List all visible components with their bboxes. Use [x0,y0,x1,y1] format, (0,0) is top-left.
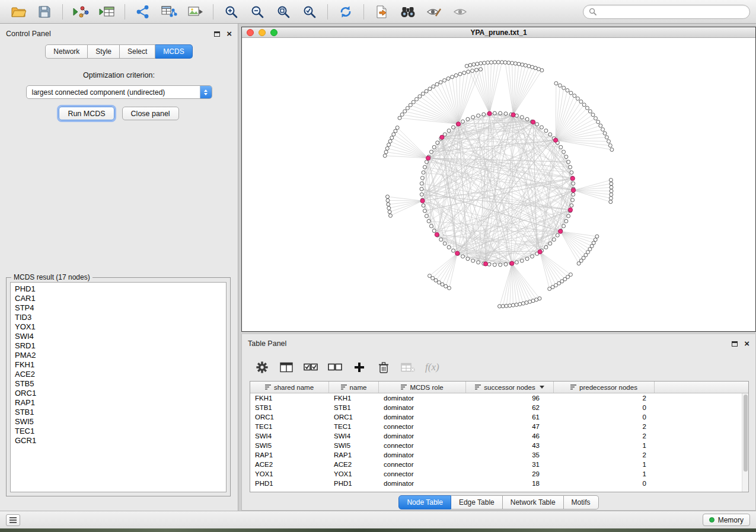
table-cell[interactable]: 0 [554,479,655,488]
minimize-window-icon[interactable] [259,29,266,36]
table-row[interactable]: SWI5SWI5connector431 [250,441,748,450]
share-document-button[interactable] [369,2,394,21]
mcds-node-item[interactable]: YOX1 [11,322,226,332]
table-cell[interactable]: 96 [466,393,554,403]
mcds-node-item[interactable]: PMA2 [11,351,226,360]
table-cell[interactable]: 35 [466,450,554,460]
refresh-button[interactable] [333,2,358,21]
table-row[interactable]: STB1STB1dominator620 [250,403,748,412]
tab-style[interactable]: Style [88,44,120,59]
tab-network[interactable]: Network [45,44,88,59]
table-cell[interactable]: 0 [554,403,655,412]
table-cell[interactable]: ACE2 [250,460,329,469]
network-table-button[interactable] [157,2,181,21]
table-row[interactable]: YOX1YOX1connector291 [250,469,748,479]
table-cell[interactable]: 43 [466,441,554,450]
table-cell[interactable]: ACE2 [329,460,379,469]
table-cell[interactable]: SWI4 [250,431,329,441]
table-cell[interactable] [655,431,748,441]
export-image-button[interactable] [183,2,208,21]
table-cell[interactable]: SWI5 [329,441,379,450]
mcds-node-item[interactable]: SWI4 [11,332,226,341]
criterion-dropdown[interactable]: largest connected component (undirected) [26,85,212,99]
close-panel-button[interactable]: Close panel [122,107,179,120]
table-cell[interactable]: 18 [466,479,554,488]
column-header-predecessor-nodes[interactable]: predecessor nodes [554,382,655,393]
table-cell[interactable]: connector [379,469,466,479]
table-cell[interactable]: YOX1 [329,469,379,479]
mcds-node-item[interactable]: ACE2 [11,370,226,379]
table-cell[interactable]: 1 [554,441,655,450]
table-row[interactable]: SWI4SWI4dominator462 [250,431,748,441]
table-cell[interactable]: dominator [379,403,466,412]
mcds-node-item[interactable]: GCR1 [11,436,226,446]
float-table-panel-icon[interactable] [732,341,738,347]
table-cell[interactable] [655,422,748,431]
select-all-button[interactable] [304,360,318,374]
table-cell[interactable]: dominator [379,450,466,460]
network-graph[interactable] [242,38,755,331]
table-cell[interactable]: 1 [554,460,655,469]
table-cell[interactable]: PHD1 [250,479,329,488]
table-cell[interactable]: 2 [554,431,655,441]
mcds-node-item[interactable]: FKH1 [11,360,226,370]
table-cell[interactable] [655,412,748,422]
table-cell[interactable]: YOX1 [250,469,329,479]
network-canvas[interactable] [242,38,755,331]
table-cell[interactable]: 2 [554,422,655,431]
save-session-button[interactable] [32,2,57,21]
table-cell[interactable]: 31 [466,460,554,469]
table-cell[interactable]: RAP1 [329,450,379,460]
table-cell[interactable] [655,441,748,450]
table-row[interactable]: RAP1RAP1dominator352 [250,450,748,460]
table-scrollbar[interactable] [742,393,748,492]
table-row[interactable]: ORC1ORC1dominator610 [250,412,748,422]
table-cell[interactable]: dominator [379,431,466,441]
zoom-fit-button[interactable] [271,2,296,21]
mcds-node-item[interactable]: CAR1 [11,294,226,303]
table-cell[interactable]: dominator [379,479,466,488]
zoom-in-button[interactable] [219,2,244,21]
table-cell[interactable]: STB1 [329,403,379,412]
mcds-node-item[interactable]: STB5 [11,379,226,389]
scrollbar-thumb[interactable] [744,395,748,472]
table-cell[interactable]: 61 [466,412,554,422]
import-table-button[interactable] [94,2,119,21]
column-header-successor-nodes[interactable]: successor nodes [466,382,554,393]
mcds-node-item[interactable]: RAP1 [11,398,226,408]
mcds-node-item[interactable]: PHD1 [11,284,226,294]
table-row[interactable]: TEC1TEC1connector472 [250,422,748,431]
tab-edge-table[interactable]: Edge Table [451,495,503,509]
maximize-window-icon[interactable] [270,29,277,36]
mcds-node-item[interactable]: TID3 [11,313,226,322]
mcds-node-item[interactable]: STB1 [11,408,226,417]
tab-network-table[interactable]: Network Table [503,495,564,509]
zoom-out-button[interactable] [245,2,270,21]
table-cell[interactable]: ORC1 [250,412,329,422]
table-cell[interactable]: 47 [466,422,554,431]
search-network-button[interactable] [395,2,420,21]
mcds-node-item[interactable]: STP4 [11,303,226,313]
table-cell[interactable]: 2 [554,450,655,460]
table-cell[interactable] [655,393,748,403]
table-cell[interactable]: PHD1 [329,479,379,488]
table-row[interactable]: FKH1FKH1dominator962 [250,393,748,403]
table-cell[interactable] [655,450,748,460]
hide-details-button[interactable] [448,2,473,21]
table-cell[interactable] [655,469,748,479]
table-cell[interactable]: FKH1 [250,393,329,403]
table-cell[interactable]: dominator [379,393,466,403]
mcds-node-item[interactable]: SRD1 [11,341,226,351]
float-panel-icon[interactable] [214,31,220,37]
show-columns-button[interactable] [279,360,294,374]
table-cell[interactable]: SWI5 [250,441,329,450]
table-cell[interactable]: TEC1 [250,422,329,431]
global-search[interactable] [583,5,750,19]
table-cell[interactable]: 1 [554,469,655,479]
table-cell[interactable] [655,479,748,488]
column-header-shared-name[interactable]: shared name [250,382,329,393]
add-column-button[interactable] [352,360,366,374]
run-mcds-button[interactable]: Run MCDS [59,107,114,120]
delete-column-button[interactable] [377,360,391,374]
search-input[interactable] [600,8,744,16]
